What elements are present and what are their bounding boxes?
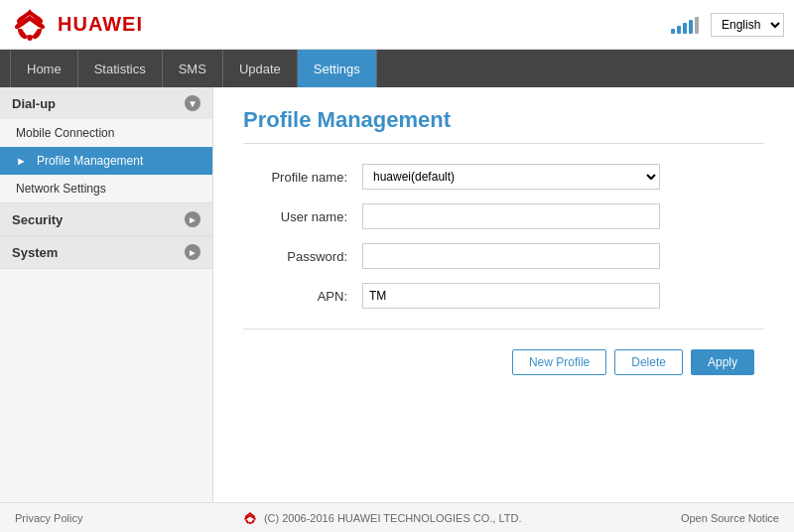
nav-statistics[interactable]: Statistics <box>78 50 163 87</box>
new-profile-button[interactable]: New Profile <box>512 349 606 375</box>
sidebar-item-mobile-connection[interactable]: Mobile Connection <box>0 119 212 147</box>
top-right: English <box>671 13 784 37</box>
nav-sms[interactable]: SMS <box>163 50 223 87</box>
form-row-username: User name: <box>243 203 764 229</box>
nav-bar: Home Statistics SMS Update Settings <box>0 50 794 87</box>
sidebar-section-security-label: Security <box>12 212 63 227</box>
sidebar-header-system[interactable]: System ► <box>0 236 212 268</box>
apply-button[interactable]: Apply <box>691 349 754 375</box>
sidebar-item-profile-management[interactable]: ► Profile Management <box>0 147 212 175</box>
apn-input[interactable] <box>362 283 660 309</box>
form-divider <box>243 329 764 330</box>
signal-strength-icon <box>671 16 699 34</box>
page-title: Profile Management <box>243 107 764 144</box>
privacy-policy-link[interactable]: Privacy Policy <box>15 512 82 524</box>
security-expand-icon: ► <box>185 211 200 227</box>
top-bar: HUAWEI English <box>0 0 794 50</box>
profile-management-label: Profile Management <box>37 154 143 168</box>
sidebar: Dial-up ▼ Mobile Connection ► Profile Ma… <box>0 87 213 502</box>
main-layout: Dial-up ▼ Mobile Connection ► Profile Ma… <box>0 87 794 502</box>
nav-update[interactable]: Update <box>223 50 298 87</box>
profile-name-select[interactable]: huawei(default) <box>362 164 660 190</box>
language-select[interactable]: English <box>711 13 784 37</box>
footer-center: (C) 2006-2016 HUAWEI TECHNOLOGIES CO., L… <box>242 511 522 525</box>
password-input[interactable] <box>362 243 660 269</box>
nav-home[interactable]: Home <box>10 50 78 87</box>
form-row-apn: APN: <box>243 283 764 309</box>
sidebar-item-network-settings[interactable]: Network Settings <box>0 175 212 202</box>
sidebar-section-system: System ► <box>0 236 212 269</box>
footer-copyright: (C) 2006-2016 HUAWEI TECHNOLOGIES CO., L… <box>264 512 522 524</box>
delete-button[interactable]: Delete <box>614 349 683 375</box>
sidebar-section-system-label: System <box>12 245 58 260</box>
logo-area: HUAWEI <box>10 7 143 43</box>
sidebar-section-dialup: Dial-up ▼ Mobile Connection ► Profile Ma… <box>0 87 212 203</box>
sidebar-header-security[interactable]: Security ► <box>0 203 212 235</box>
sidebar-section-security: Security ► <box>0 203 212 236</box>
form-row-profile-name: Profile name: huawei(default) <box>243 164 764 190</box>
password-label: Password: <box>243 249 362 264</box>
username-label: User name: <box>243 209 362 224</box>
footer-logo-icon <box>242 511 258 525</box>
active-arrow-icon: ► <box>16 155 27 167</box>
username-input[interactable] <box>362 203 660 229</box>
brand-name: HUAWEI <box>58 13 143 36</box>
mobile-connection-label: Mobile Connection <box>16 126 114 140</box>
sidebar-header-dialup[interactable]: Dial-up ▼ <box>0 87 212 119</box>
sidebar-section-dialup-label: Dial-up <box>12 96 56 111</box>
footer: Privacy Policy (C) 2006-2016 HUAWEI TECH… <box>0 502 794 532</box>
nav-settings[interactable]: Settings <box>298 50 377 87</box>
apn-label: APN: <box>243 289 362 304</box>
profile-name-label: Profile name: <box>243 170 362 185</box>
open-source-link[interactable]: Open Source Notice <box>681 512 779 524</box>
system-expand-icon: ► <box>185 244 200 260</box>
dialup-collapse-icon: ▼ <box>185 95 200 111</box>
button-row: New Profile Delete Apply <box>243 349 764 375</box>
huawei-logo-icon <box>10 7 50 43</box>
network-settings-label: Network Settings <box>16 182 106 196</box>
content-area: Profile Management Profile name: huawei(… <box>213 87 794 502</box>
form-row-password: Password: <box>243 243 764 269</box>
